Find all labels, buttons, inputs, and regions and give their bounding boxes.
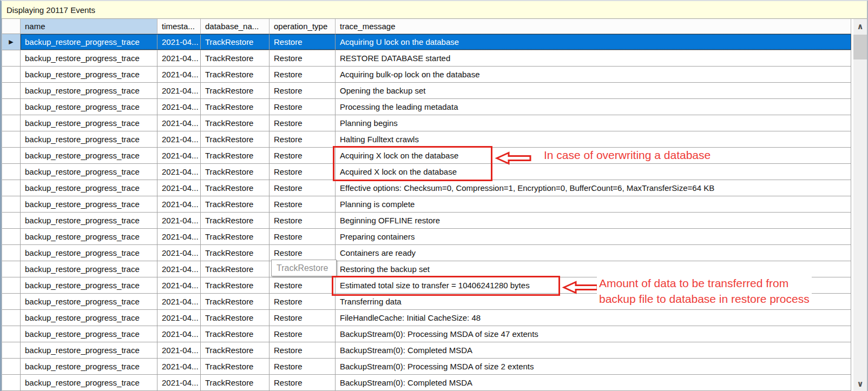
table-row[interactable]: backup_restore_progress_trace 2021-04...… — [2, 83, 851, 99]
cell-timestamp[interactable]: 2021-04... — [157, 213, 201, 228]
column-header-database-name[interactable]: database_na... — [201, 19, 269, 34]
table-row[interactable]: backup_restore_progress_trace 2021-04...… — [2, 359, 851, 375]
column-header-timestamp[interactable]: timesta... — [157, 19, 201, 34]
row-selector-cell[interactable] — [2, 50, 21, 66]
cell-operation-type[interactable]: Restore — [269, 310, 336, 326]
table-row[interactable]: backup_restore_progress_trace 2021-04...… — [2, 229, 851, 245]
cell-timestamp[interactable]: 2021-04... — [157, 342, 201, 358]
cell-timestamp[interactable]: 2021-04... — [157, 326, 201, 342]
cell-name[interactable]: backup_restore_progress_trace — [21, 99, 157, 115]
cell-name[interactable]: backup_restore_progress_trace — [21, 375, 157, 390]
cell-name[interactable]: backup_restore_progress_trace — [21, 83, 157, 98]
cell-timestamp[interactable]: 2021-04... — [157, 34, 201, 50]
table-row[interactable]: backup_restore_progress_trace 2021-04...… — [2, 148, 851, 164]
row-selector-cell[interactable] — [2, 180, 21, 196]
cell-database-name[interactable]: TrackRestore — [201, 245, 269, 261]
row-selector-cell[interactable] — [2, 229, 21, 244]
row-selector-cell[interactable] — [2, 131, 21, 147]
cell-timestamp[interactable]: 2021-04... — [157, 196, 201, 212]
cell-timestamp[interactable]: 2021-04... — [157, 67, 201, 82]
row-selector-cell[interactable] — [2, 261, 21, 277]
cell-database-name[interactable]: TrackRestore — [201, 277, 269, 293]
cell-operation-type[interactable]: Restore — [269, 375, 336, 390]
cell-operation-type[interactable]: Restore — [269, 326, 336, 342]
cell-timestamp[interactable]: 2021-04... — [157, 310, 201, 326]
cell-name[interactable]: backup_restore_progress_trace — [21, 294, 157, 309]
cell-name[interactable]: backup_restore_progress_trace — [21, 245, 157, 261]
cell-name[interactable]: backup_restore_progress_trace — [21, 67, 157, 82]
row-selector-cell[interactable] — [2, 164, 21, 180]
column-header-trace-message[interactable]: trace_message — [336, 19, 851, 34]
events-grid[interactable]: name timesta... database_na... operation… — [2, 19, 851, 391]
row-selector-cell[interactable] — [2, 148, 21, 163]
cell-name[interactable]: backup_restore_progress_trace — [21, 213, 157, 228]
cell-database-name[interactable]: TrackRestore — [201, 229, 269, 244]
select-all-corner-cell[interactable] — [2, 19, 21, 34]
cell-operation-type[interactable]: Restore — [269, 148, 336, 163]
row-selector-cell[interactable] — [2, 83, 21, 98]
table-row[interactable]: backup_restore_progress_trace 2021-04...… — [2, 342, 851, 359]
cell-timestamp[interactable]: 2021-04... — [157, 180, 201, 196]
table-row[interactable]: backup_restore_progress_trace 2021-04...… — [2, 164, 851, 180]
cell-operation-type[interactable]: Restore — [269, 50, 336, 66]
row-selector-cell[interactable] — [2, 342, 21, 358]
cell-timestamp[interactable]: 2021-04... — [157, 229, 201, 244]
row-selector-cell[interactable]: ▶ — [2, 34, 21, 50]
cell-trace-message[interactable]: Processing the leading metadata — [336, 99, 851, 115]
cell-name[interactable]: backup_restore_progress_trace — [21, 50, 157, 66]
cell-operation-type[interactable]: Restore — [269, 245, 336, 261]
cell-operation-type[interactable]: Restore — [269, 229, 336, 244]
cell-database-name[interactable]: TrackRestore — [201, 310, 269, 326]
row-selector-cell[interactable] — [2, 99, 21, 115]
cell-timestamp[interactable]: 2021-04... — [157, 50, 201, 66]
cell-timestamp[interactable]: 2021-04... — [157, 131, 201, 147]
cell-name[interactable]: backup_restore_progress_trace — [21, 261, 157, 277]
cell-name[interactable]: backup_restore_progress_trace — [21, 34, 157, 50]
cell-trace-message[interactable]: Planning begins — [336, 115, 851, 131]
cell-trace-message[interactable]: Planning is complete — [336, 196, 851, 212]
cell-database-name[interactable]: TrackRestore — [201, 50, 269, 66]
table-row[interactable]: backup_restore_progress_trace 2021-04...… — [2, 67, 851, 83]
cell-trace-message[interactable]: Beginning OFFLINE restore — [336, 213, 851, 228]
table-row[interactable]: backup_restore_progress_trace 2021-04...… — [2, 131, 851, 148]
cell-trace-message[interactable]: BackupStream(0): Processing MSDA of size… — [336, 359, 851, 374]
cell-operation-type[interactable]: Restore — [269, 164, 336, 180]
cell-trace-message[interactable]: Acquiring bulk-op lock on the database — [336, 67, 851, 82]
cell-database-name[interactable]: TrackRestore — [201, 83, 269, 98]
cell-name[interactable]: backup_restore_progress_trace — [21, 180, 157, 196]
cell-database-name[interactable]: TrackRestore — [201, 359, 269, 374]
cell-name[interactable]: backup_restore_progress_trace — [21, 131, 157, 147]
vertical-scrollbar[interactable]: ∧ ∨ — [853, 19, 867, 391]
row-selector-cell[interactable] — [2, 213, 21, 228]
cell-timestamp[interactable]: 2021-04... — [157, 115, 201, 131]
cell-database-name[interactable]: TrackRestore — [201, 375, 269, 390]
row-selector-cell[interactable] — [2, 375, 21, 390]
scroll-up-button[interactable]: ∧ — [853, 19, 867, 34]
table-row[interactable]: backup_restore_progress_trace 2021-04...… — [2, 326, 851, 342]
cell-database-name[interactable]: TrackRestore — [201, 67, 269, 82]
table-row[interactable]: backup_restore_progress_trace 2021-04...… — [2, 180, 851, 196]
cell-name[interactable]: backup_restore_progress_trace — [21, 115, 157, 131]
cell-operation-type[interactable]: Restore — [269, 83, 336, 98]
cell-database-name[interactable]: TrackRestore — [201, 326, 269, 342]
cell-trace-message[interactable]: BackupStream(0): Processing MSDA of size… — [336, 326, 851, 342]
cell-operation-type[interactable]: Restore — [269, 359, 336, 374]
table-row[interactable]: backup_restore_progress_trace 2021-04...… — [2, 213, 851, 229]
cell-timestamp[interactable]: 2021-04... — [157, 148, 201, 163]
column-header-name[interactable]: name — [21, 19, 157, 34]
table-row[interactable]: backup_restore_progress_trace 2021-04...… — [2, 50, 851, 67]
column-header-operation-type[interactable]: operation_type — [269, 19, 336, 34]
cell-database-name[interactable]: TrackRestore — [201, 196, 269, 212]
cell-name[interactable]: backup_restore_progress_trace — [21, 359, 157, 374]
cell-operation-type[interactable]: Restore — [269, 342, 336, 358]
cell-timestamp[interactable]: 2021-04... — [157, 277, 201, 293]
row-selector-cell[interactable] — [2, 115, 21, 131]
row-selector-cell[interactable] — [2, 294, 21, 309]
cell-trace-message[interactable]: BackupStream(0): Completed MSDA — [336, 375, 851, 390]
row-selector-cell[interactable] — [2, 359, 21, 374]
cell-name[interactable]: backup_restore_progress_trace — [21, 310, 157, 326]
cell-trace-message[interactable]: Halting Fulltext crawls — [336, 131, 851, 147]
cell-trace-message[interactable]: Opening the backup set — [336, 83, 851, 98]
cell-database-name[interactable]: TrackRestore — [201, 164, 269, 180]
table-row[interactable]: backup_restore_progress_trace 2021-04...… — [2, 375, 851, 391]
